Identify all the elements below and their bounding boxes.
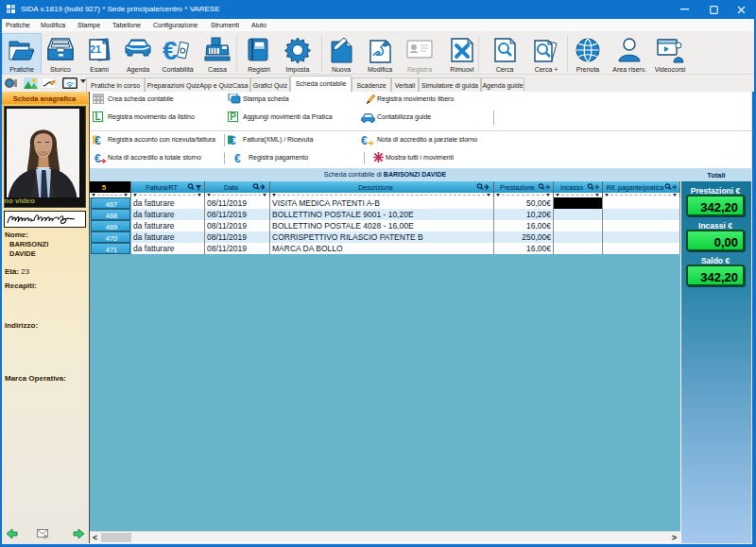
svg-text:€: € <box>94 134 101 145</box>
svg-text:P: P <box>230 111 236 122</box>
svg-text:21: 21 <box>90 43 101 55</box>
svg-text:L: L <box>94 111 100 122</box>
svg-text:€: € <box>230 134 236 145</box>
svg-text:€: € <box>163 37 178 63</box>
svg-text:€: € <box>234 152 241 163</box>
svg-text:€: € <box>94 152 101 164</box>
svg-text:€: € <box>361 134 368 146</box>
